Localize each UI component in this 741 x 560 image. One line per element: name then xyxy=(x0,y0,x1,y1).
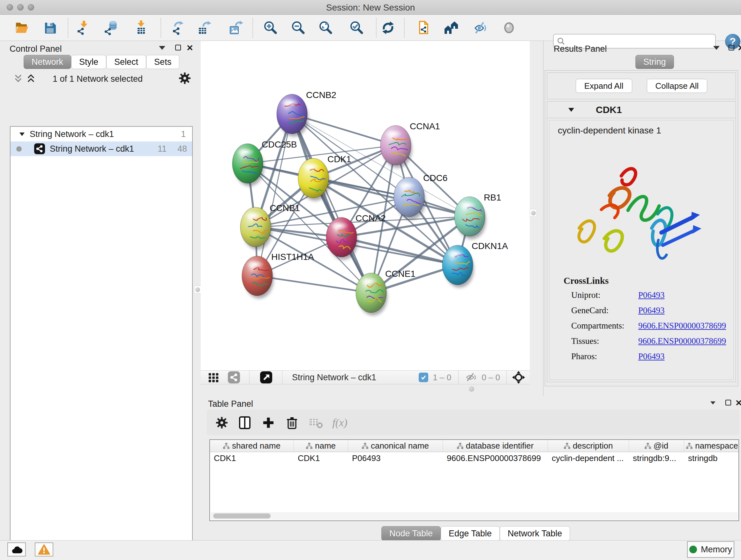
string-style-icon[interactable] xyxy=(227,371,240,384)
collection-expander-icon[interactable] xyxy=(19,132,25,137)
show-grid-icon[interactable] xyxy=(208,371,220,383)
export-table-file-icon[interactable] xyxy=(196,19,213,37)
table-panel-menu-icon[interactable] xyxy=(711,401,716,405)
zoom-selected-icon[interactable] xyxy=(348,19,365,37)
network-node-cdkn1a[interactable]: CDKN1A xyxy=(442,241,508,288)
save-session-icon[interactable] xyxy=(42,19,59,37)
apply-layout-icon[interactable] xyxy=(380,19,397,37)
tab-string[interactable]: String xyxy=(635,55,674,69)
protein-entry-header[interactable]: CDK1 xyxy=(547,102,736,118)
tab-select[interactable]: Select xyxy=(106,55,146,69)
column-header-name[interactable]: name xyxy=(294,440,348,452)
column-header-canonicalname[interactable]: canonical name xyxy=(348,440,443,452)
crosslink-link[interactable]: P06493 xyxy=(638,306,665,315)
add-column-icon[interactable] xyxy=(260,415,276,431)
node-label: CDC6 xyxy=(423,173,448,183)
expand-all-networks-icon[interactable] xyxy=(13,73,23,84)
crosslink-link[interactable]: P06493 xyxy=(638,352,665,361)
network-node-ccne1[interactable]: CCNE1 xyxy=(356,269,415,315)
network-node-rb1[interactable]: RB1 xyxy=(455,192,501,239)
network-node-cdc6[interactable]: CDC6 xyxy=(394,173,448,220)
tab-style[interactable]: Style xyxy=(71,55,106,69)
collection-label: String Network – cdk1 xyxy=(30,129,114,139)
tab-network[interactable]: Network xyxy=(23,55,71,69)
crosslink-link[interactable]: P06493 xyxy=(638,290,665,300)
network-node-cdc25b[interactable]: CDC25B xyxy=(232,139,297,186)
memory-status-dot xyxy=(689,546,697,553)
network-edge[interactable] xyxy=(257,276,371,293)
network-node-ccnb1[interactable]: CCNB1 xyxy=(240,203,300,250)
memory-button[interactable]: Memory xyxy=(687,541,734,558)
import-network-file-icon[interactable] xyxy=(75,19,92,37)
control-panel-float-icon[interactable] xyxy=(175,45,181,51)
table-cell: stringdb xyxy=(684,452,739,465)
maximize-window-button[interactable] xyxy=(28,4,34,10)
tab-network-table[interactable]: Network Table xyxy=(500,526,570,541)
open-in-new-window-icon[interactable] xyxy=(260,371,273,384)
table-gear-icon[interactable] xyxy=(214,415,230,431)
show-columns-icon[interactable] xyxy=(237,415,253,431)
crosslink-link[interactable]: 9606.ENSP00000378699 xyxy=(638,336,726,346)
collapse-all-button[interactable]: Collapse All xyxy=(647,79,708,93)
hide-panels-icon[interactable] xyxy=(472,19,489,37)
zoom-out-icon[interactable] xyxy=(289,19,307,37)
results-panel-menu-icon[interactable] xyxy=(713,46,720,50)
network-collection-row[interactable]: String Network – cdk1 1 xyxy=(10,127,192,141)
crosslink-link[interactable]: 9606.ENSP00000378699 xyxy=(638,321,726,331)
network-edge[interactable] xyxy=(292,114,371,293)
import-string-network-icon[interactable] xyxy=(415,19,433,37)
cloud-status-button[interactable] xyxy=(7,543,26,557)
network-node-ccna2[interactable]: CCNA2 xyxy=(326,213,386,260)
close-window-button[interactable] xyxy=(7,4,13,10)
hscrollbar-thumb[interactable] xyxy=(213,513,271,518)
control-panel-menu-icon[interactable] xyxy=(159,46,165,50)
zoom-in-icon[interactable] xyxy=(262,19,279,37)
column-header-databaseidentifier[interactable]: database identifier xyxy=(443,440,548,452)
network-node-ccnb2[interactable]: CCNB2 xyxy=(277,90,336,137)
network-node-cdk1[interactable]: CDK1 xyxy=(298,154,351,201)
table-panel-float-icon[interactable] xyxy=(725,400,731,406)
collapse-all-networks-icon[interactable] xyxy=(25,73,37,84)
column-header-description[interactable]: description xyxy=(548,440,629,452)
column-header-sharedname[interactable]: shared name xyxy=(210,440,294,452)
open-session-icon[interactable] xyxy=(13,19,30,37)
selected-count-badge: 1 – 0 xyxy=(433,373,451,382)
network-node-hist1h1a[interactable]: HIST1H1A xyxy=(242,252,314,299)
network-node-ccna1[interactable]: CCNA1 xyxy=(381,121,440,168)
results-panel-close-icon[interactable]: ✕ xyxy=(738,44,741,52)
left-splitter-handle[interactable] xyxy=(194,286,201,294)
hierarchy-icon xyxy=(223,443,229,449)
minimize-window-button[interactable] xyxy=(17,4,23,10)
control-panel: Control Panel ✕ Network Style Select Set… xyxy=(2,41,200,540)
network-options-gear-icon[interactable] xyxy=(178,71,192,85)
birdseye-toggle-icon[interactable] xyxy=(512,371,525,384)
expand-all-button[interactable]: Expand All xyxy=(576,79,632,93)
table-header-row: shared namenamecanonical namedatabase id… xyxy=(210,440,738,452)
toggle-birdseye-icon[interactable] xyxy=(500,19,518,37)
entry-expander-icon[interactable] xyxy=(568,107,575,112)
network-row-selected[interactable]: String Network – cdk1 11 48 xyxy=(10,141,192,156)
export-image-icon[interactable] xyxy=(227,19,245,37)
zoom-fit-icon[interactable] xyxy=(317,19,334,37)
control-panel-close-icon[interactable]: ✕ xyxy=(186,44,193,52)
table-row[interactable]: CDK1CDK1P064939606.ENSP00000378699cyclin… xyxy=(210,452,738,465)
import-network-database-icon[interactable] xyxy=(103,19,120,37)
results-panel-title: Results Panel xyxy=(554,44,607,54)
results-panel-float-icon[interactable] xyxy=(729,45,734,51)
network-canvas[interactable]: CCNB2CCNA1CDC25BCDK1CDC6RB1CCNB1CCNA2CDK… xyxy=(201,41,530,370)
table-hscrollbar[interactable] xyxy=(211,512,738,520)
show-all-panels-icon[interactable] xyxy=(443,19,460,37)
selected-nodes-checkbox[interactable] xyxy=(419,373,428,382)
cloud-icon xyxy=(10,545,23,554)
delete-column-icon[interactable] xyxy=(284,415,300,431)
tab-node-table[interactable]: Node Table xyxy=(381,526,441,541)
table-panel-close-icon[interactable]: ✕ xyxy=(735,399,741,407)
right-splitter-handle[interactable] xyxy=(530,209,537,217)
warning-status-button[interactable] xyxy=(35,543,53,557)
column-header-id[interactable]: @id xyxy=(629,440,684,452)
export-network-file-icon[interactable] xyxy=(170,19,187,37)
column-header-namespace[interactable]: namespace xyxy=(684,440,739,452)
import-table-file-icon[interactable] xyxy=(132,19,150,37)
tab-edge-table[interactable]: Edge Table xyxy=(441,526,500,541)
tab-sets[interactable]: Sets xyxy=(146,55,179,69)
